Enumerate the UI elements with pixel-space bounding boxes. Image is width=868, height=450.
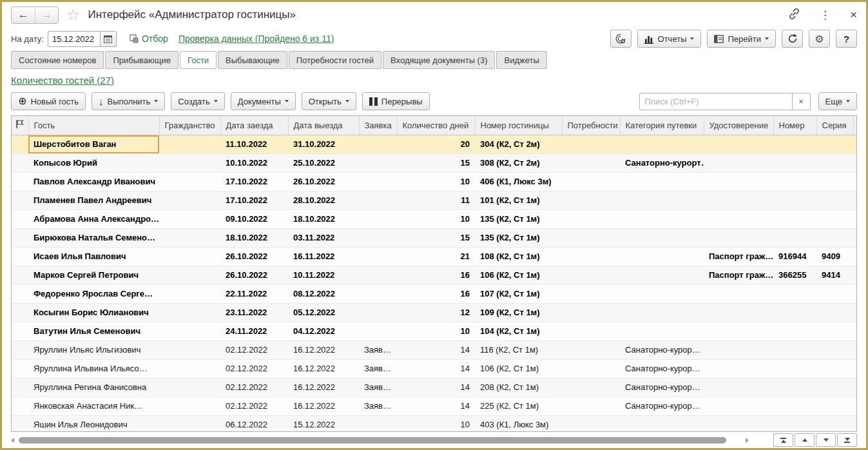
cell-number[interactable]: 366255 [773,266,816,284]
cell-arrival[interactable]: 10.10.2022 [220,153,288,172]
cell-flag[interactable] [12,415,28,432]
cell-number[interactable] [773,378,816,396]
cell-departure[interactable]: 16.12.2022 [288,359,359,378]
cell-departure[interactable]: 04.12.2022 [288,322,359,340]
cell-id_doc[interactable] [704,228,773,247]
cell-flag[interactable] [12,284,28,303]
cell-arrival[interactable]: 23.11.2022 [220,303,288,322]
cell-room[interactable]: 106 (К2, Ст 1м) [475,266,562,284]
cell-days[interactable]: 14 [397,340,475,359]
cell-request[interactable]: Заяв… [359,396,397,415]
column-header-voucher[interactable]: Категория путевки [620,116,704,135]
cell-departure[interactable]: 18.10.2022 [288,210,359,228]
back-button[interactable]: ← [12,7,35,23]
cell-room[interactable]: 225 (К2, Ст 1м) [475,396,562,415]
table-row[interactable]: Абрамова Анна Александро…09.10.202218.10… [12,210,857,228]
cell-spare[interactable] [853,396,857,415]
horizontal-scrollbar[interactable] [11,437,749,444]
cell-room[interactable]: 208 (К2, Ст 1м) [475,378,562,396]
close-icon[interactable]: × [850,8,857,22]
create-button[interactable]: Создать [171,92,224,110]
cell-request[interactable] [359,172,397,191]
tab-3[interactable]: Выбывающие [218,51,287,69]
cell-room[interactable]: 308 (К2, Ст 2м) [475,153,562,172]
cell-departure[interactable]: 28.10.2022 [288,191,359,210]
clear-search-button[interactable]: × [793,93,811,110]
cell-series[interactable] [816,191,853,210]
cell-arrival[interactable]: 11.10.2022 [220,135,288,153]
cell-needs[interactable] [562,284,620,303]
cell-days[interactable]: 21 [397,247,475,266]
cell-citizenship[interactable] [159,396,220,415]
cell-voucher[interactable] [620,247,704,266]
cell-request[interactable] [359,266,397,284]
cell-days[interactable]: 15 [397,153,475,172]
cell-guest[interactable]: Абрамова Анна Александро… [28,210,159,228]
cell-citizenship[interactable] [159,135,220,153]
cell-request[interactable] [359,415,397,432]
cell-flag[interactable] [12,303,28,322]
cell-request[interactable] [359,322,397,340]
cell-departure[interactable]: 16.11.2022 [288,247,359,266]
cell-arrival[interactable]: 26.10.2022 [220,247,288,266]
cell-spare[interactable] [853,135,857,153]
favorite-star-icon[interactable]: ☆ [66,7,81,23]
table-row[interactable]: Павлов Александр Иванович17.10.202226.10… [12,172,857,191]
cell-departure[interactable]: 05.12.2022 [288,303,359,322]
table-row[interactable]: Яшин Илья Леонидович06.12.202215.12.2022… [12,415,857,432]
cell-citizenship[interactable] [159,378,220,396]
cell-citizenship[interactable] [159,322,220,340]
cell-id_doc[interactable] [704,210,773,228]
data-check-link[interactable]: Проверка данных (Пройдено 6 из 11) [178,34,334,44]
execute-button[interactable]: ↓ Выполнить [92,92,165,110]
cell-spare[interactable] [853,322,857,340]
cell-guest[interactable]: Федоренко Ярослав Серге… [28,284,159,303]
cell-needs[interactable] [562,135,620,153]
cell-spare[interactable] [853,266,857,284]
cell-days[interactable]: 12 [397,303,475,322]
cell-flag[interactable] [12,322,28,340]
cell-voucher[interactable] [620,266,704,284]
cell-flag[interactable] [12,266,28,284]
go-to-bottom-button[interactable] [837,433,857,447]
cell-number[interactable] [773,359,816,378]
cell-arrival[interactable]: 02.12.2022 [220,378,288,396]
cell-series[interactable]: 9409 [816,247,853,266]
cell-needs[interactable] [562,359,620,378]
cell-series[interactable] [816,135,853,153]
cell-id_doc[interactable] [704,415,773,432]
cell-id_doc[interactable] [704,191,773,210]
cell-needs[interactable] [562,322,620,340]
cell-days[interactable]: 10 [397,322,475,340]
cell-series[interactable] [816,322,853,340]
cell-needs[interactable] [562,415,620,432]
cell-spare[interactable] [853,247,857,266]
cell-needs[interactable] [562,378,620,396]
cell-citizenship[interactable] [159,153,220,172]
cell-arrival[interactable]: 02.12.2022 [220,340,288,359]
cell-number[interactable] [773,396,816,415]
cell-room[interactable]: 135 (К2, Ст 1м) [475,228,562,247]
cell-days[interactable]: 14 [397,359,475,378]
table-row[interactable]: Шерстобитов Ваган11.10.202231.10.2022203… [12,135,857,153]
cell-id_doc[interactable] [704,303,773,322]
column-header-request[interactable]: Заявка [359,116,397,135]
cell-room[interactable]: 108 (К2, Ст 1м) [475,247,562,266]
cell-id_doc[interactable] [704,172,773,191]
cell-needs[interactable] [562,153,620,172]
cell-citizenship[interactable] [159,172,220,191]
calendar-button[interactable] [100,32,116,46]
cell-arrival[interactable]: 24.11.2022 [220,322,288,340]
cell-voucher[interactable] [620,303,704,322]
cell-series[interactable] [816,396,853,415]
cell-citizenship[interactable] [159,228,220,247]
cell-id_doc[interactable] [704,340,773,359]
cell-number[interactable] [773,322,816,340]
cell-spare[interactable] [853,303,857,322]
cell-guest[interactable]: Шерстобитов Ваган [28,135,159,153]
cell-voucher[interactable] [620,284,704,303]
cell-guest[interactable]: Ватутин Илья Семенович [28,322,159,340]
cell-number[interactable] [773,303,816,322]
cell-guest[interactable]: Исаев Илья Павлович [28,247,159,266]
cell-number[interactable] [773,340,816,359]
